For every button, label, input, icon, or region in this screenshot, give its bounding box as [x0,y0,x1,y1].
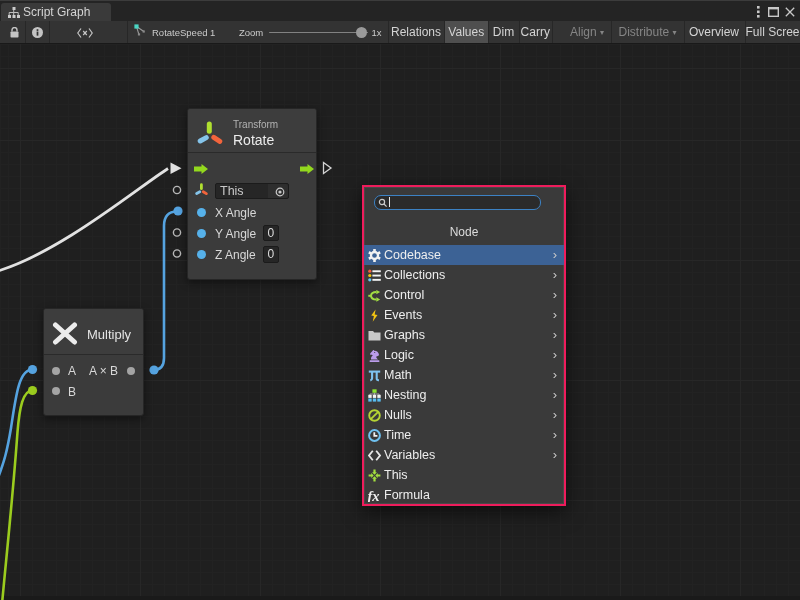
svg-text:fx: fx [368,489,380,502]
